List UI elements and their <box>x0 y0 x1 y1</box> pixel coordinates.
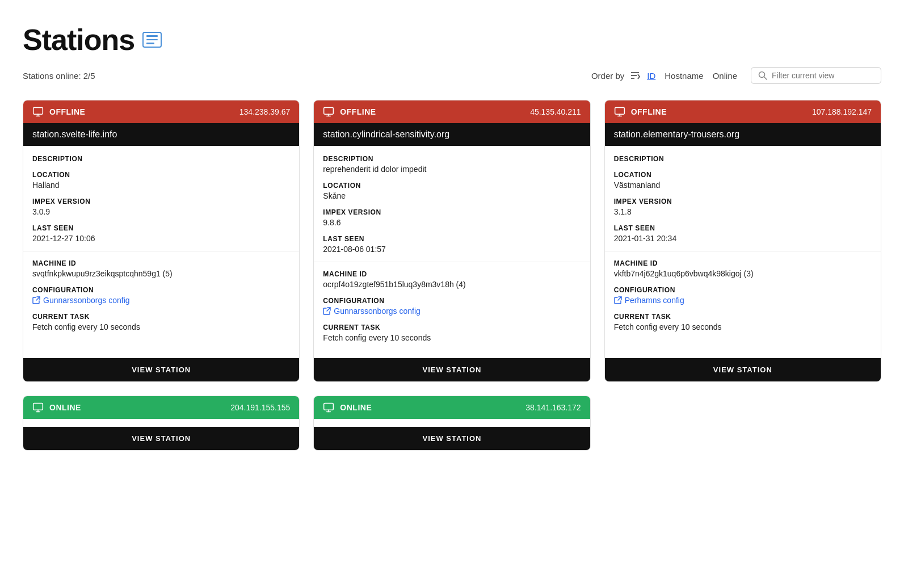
external-link-icon <box>614 296 622 304</box>
card-header: ONLINE 38.141.163.172 <box>314 396 590 419</box>
svg-rect-20 <box>324 404 334 410</box>
card-divider <box>23 251 299 251</box>
impex-version-label: IMPEX VERSION <box>32 198 290 205</box>
current-task-field: CURRENT TASK Fetch config every 10 secon… <box>32 313 290 331</box>
card-status: ONLINE <box>32 402 81 413</box>
current-task-label: CURRENT TASK <box>32 313 290 321</box>
card-ip: 38.141.163.172 <box>525 403 581 412</box>
impex-version-field: IMPEX VERSION 3.0.9 <box>32 198 290 216</box>
description-label: DESCRIPTION <box>614 155 872 163</box>
impex-version-label: IMPEX VERSION <box>614 198 872 205</box>
station-card: OFFLINE 107.188.192.147 station.elementa… <box>604 100 881 382</box>
card-body: DESCRIPTION LOCATION Västmanland IMPEX V… <box>605 146 881 350</box>
page-header: Stations <box>23 23 881 57</box>
card-ip: 45.135.40.211 <box>530 107 581 116</box>
last-seen-field: LAST SEEN 2021-01-31 20:34 <box>614 224 872 243</box>
location-value: Västmanland <box>614 180 872 190</box>
location-field: LOCATION Västmanland <box>614 171 872 190</box>
search-icon <box>758 71 767 80</box>
configuration-link[interactable]: Gunnarssonborgs config <box>32 296 290 305</box>
status-badge: OFFLINE <box>631 107 667 116</box>
view-station-button[interactable]: VIEW STATION <box>23 358 299 381</box>
configuration-field: CONFIGURATION Gunnarssonborgs config <box>32 286 290 305</box>
svg-line-8 <box>36 297 40 300</box>
monitor-icon <box>323 402 334 413</box>
status-badge: OFFLINE <box>340 107 376 116</box>
svg-line-4 <box>764 77 767 80</box>
card-divider <box>314 262 590 262</box>
machine-id-label: MACHINE ID <box>323 270 581 278</box>
configuration-link-text: Gunnarssonborgs config <box>43 296 130 305</box>
page-title: Stations <box>23 23 134 57</box>
location-value: Halland <box>32 180 290 190</box>
filter-box <box>751 67 881 84</box>
impex-version-label: IMPEX VERSION <box>323 208 581 216</box>
current-task-label: CURRENT TASK <box>323 324 581 331</box>
configuration-field: CONFIGURATION Perhamns config <box>614 286 872 305</box>
card-hostname: station.cylindrical-sensitivity.org <box>314 123 590 146</box>
station-card: ONLINE 38.141.163.172 VIEW STATION <box>313 396 590 451</box>
configuration-link-text: Gunnarssonborgs config <box>334 306 421 316</box>
stations-grid: OFFLINE 134.238.39.67 station.svelte-lif… <box>23 100 881 451</box>
card-hostname: station.svelte-life.info <box>23 123 299 146</box>
last-seen-field: LAST SEEN 2021-08-06 01:57 <box>323 235 581 254</box>
card-header: OFFLINE 107.188.192.147 <box>605 100 881 123</box>
configuration-link[interactable]: Gunnarssonborgs config <box>323 306 581 316</box>
card-body: DESCRIPTION LOCATION Halland IMPEX VERSI… <box>23 146 299 350</box>
location-label: LOCATION <box>614 171 872 179</box>
view-station-button[interactable]: VIEW STATION <box>23 427 299 450</box>
svg-rect-13 <box>615 108 624 115</box>
card-body: DESCRIPTION reprehenderit id dolor imped… <box>314 146 590 350</box>
machine-id-field: MACHINE ID vkftb7n4j62gk1uq6p6vbwq4k98ki… <box>614 259 872 278</box>
impex-version-value: 3.0.9 <box>32 207 290 216</box>
view-station-button[interactable]: VIEW STATION <box>605 358 881 381</box>
current-task-label: CURRENT TASK <box>614 313 872 321</box>
last-seen-label: LAST SEEN <box>323 235 581 243</box>
order-by-hostname-button[interactable]: Hostname <box>662 70 705 82</box>
last-seen-field: LAST SEEN 2021-12-27 10:06 <box>32 224 290 243</box>
view-station-button[interactable]: VIEW STATION <box>314 358 590 381</box>
station-card: OFFLINE 45.135.40.211 station.cylindrica… <box>313 100 590 382</box>
location-label: LOCATION <box>323 182 581 190</box>
filter-input[interactable] <box>772 71 874 80</box>
svg-line-12 <box>327 308 330 311</box>
configuration-link[interactable]: Perhamns config <box>614 296 872 305</box>
status-badge: OFFLINE <box>49 107 85 116</box>
card-ip: 107.188.192.147 <box>812 107 872 116</box>
monitor-icon <box>32 106 44 117</box>
station-card: OFFLINE 134.238.39.67 station.svelte-lif… <box>23 100 300 382</box>
list-view-icon[interactable] <box>142 32 162 48</box>
card-divider <box>605 251 881 251</box>
description-field: DESCRIPTION <box>32 155 290 163</box>
current-task-value: Fetch config every 10 seconds <box>323 333 581 342</box>
impex-version-value: 3.1.8 <box>614 207 872 216</box>
description-label: DESCRIPTION <box>32 155 290 163</box>
card-ip: 134.238.39.67 <box>239 107 291 116</box>
stations-online-label: Stations online: 2/5 <box>23 71 591 81</box>
card-status: OFFLINE <box>323 106 376 117</box>
configuration-label: CONFIGURATION <box>614 286 872 294</box>
location-label: LOCATION <box>32 171 290 179</box>
machine-id-value: ocrpf4o19zgtef951b15luq3y8m3v18h (4) <box>323 280 581 289</box>
location-value: Skåne <box>323 191 581 200</box>
monitor-icon <box>614 106 625 117</box>
impex-version-field: IMPEX VERSION 3.1.8 <box>614 198 872 216</box>
location-field: LOCATION Skåne <box>323 182 581 200</box>
description-label: DESCRIPTION <box>323 155 581 163</box>
card-ip: 204.191.155.155 <box>230 403 290 412</box>
last-seen-value: 2021-01-31 20:34 <box>614 234 872 243</box>
card-header: OFFLINE 134.238.39.67 <box>23 100 299 123</box>
svg-rect-5 <box>33 108 43 115</box>
machine-id-label: MACHINE ID <box>614 259 872 267</box>
monitor-icon <box>323 106 334 117</box>
current-task-field: CURRENT TASK Fetch config every 10 secon… <box>614 313 872 331</box>
status-badge: ONLINE <box>340 403 372 412</box>
card-header: ONLINE 204.191.155.155 <box>23 396 299 419</box>
current-task-value: Fetch config every 10 seconds <box>614 322 872 331</box>
view-station-button[interactable]: VIEW STATION <box>314 427 590 450</box>
machine-id-value: svqtfnkpkwupu9rz3eikqsptcqhn59g1 (5) <box>32 269 290 278</box>
order-by-online-button[interactable]: Online <box>710 70 739 82</box>
external-link-icon <box>323 307 331 315</box>
configuration-label: CONFIGURATION <box>32 286 290 294</box>
order-by-id-button[interactable]: ID <box>645 70 658 82</box>
